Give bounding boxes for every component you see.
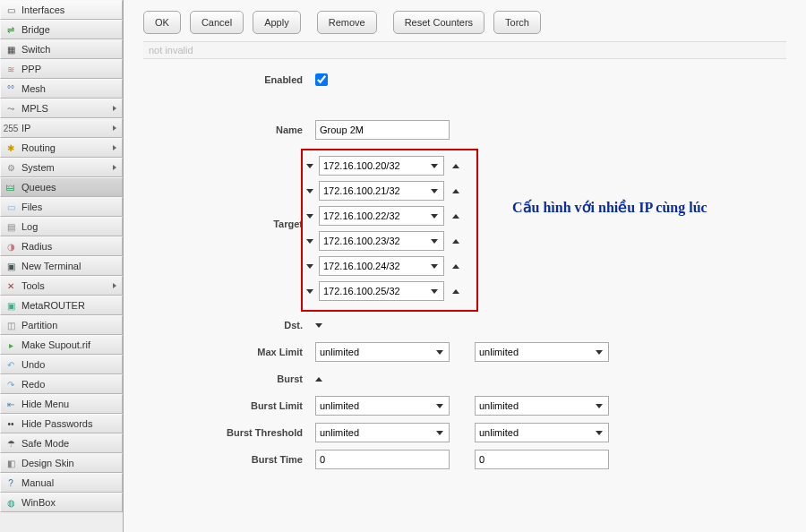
maxlimit-upload-select[interactable]: unlimited (315, 342, 450, 362)
sidebar-icon: ⇌ (4, 23, 17, 36)
target-ip-select[interactable]: 172.16.100.25/32 (319, 281, 444, 301)
enabled-checkbox[interactable] (315, 73, 328, 86)
sidebar-label: IP (21, 123, 113, 133)
sidebar-item-design-skin[interactable]: ◧Design Skin (0, 453, 123, 473)
target-add-icon[interactable] (450, 289, 462, 294)
target-remove-icon[interactable] (306, 164, 313, 168)
sidebar-icon: ↷ (4, 378, 17, 390)
cancel-button[interactable]: Cancel (190, 11, 244, 34)
burstthres-download-value: unlimited (479, 427, 519, 438)
target-ip-select[interactable]: 172.16.100.23/32 (319, 231, 444, 251)
target-ip-select[interactable]: 172.16.100.21/32 (319, 181, 444, 201)
sidebar-icon: 255 (4, 122, 17, 134)
sidebar-icon: ▭ (4, 4, 17, 16)
sidebar-item-routing[interactable]: ✱Routing (0, 138, 123, 158)
target-add-icon[interactable] (450, 189, 462, 193)
target-ip-select[interactable]: 172.16.100.24/32 (319, 256, 444, 276)
sidebar-item-undo[interactable]: ↶Undo (0, 355, 123, 374)
reset-counters-button[interactable]: Reset Counters (393, 11, 484, 34)
dst-expand-icon[interactable] (315, 323, 322, 328)
target-remove-icon[interactable] (306, 264, 313, 269)
sidebar-icon: ⤳ (4, 102, 17, 115)
sidebar-icon: ▭ (4, 201, 17, 213)
target-remove-icon[interactable] (306, 189, 313, 193)
sidebar-icon: ↶ (4, 358, 17, 371)
sidebar-label: Manual (21, 477, 118, 488)
bursttime-download-input[interactable] (475, 450, 609, 469)
target-remove-icon[interactable] (306, 214, 313, 219)
dropdown-icon (596, 350, 603, 355)
sidebar-item-radius[interactable]: ◑Radius (0, 236, 123, 256)
sidebar-item-metarouter[interactable]: ▣MetaROUTER (0, 296, 123, 315)
target-add-icon[interactable] (450, 164, 462, 168)
burst-label: Burst (143, 373, 315, 384)
target-ip-select[interactable]: 172.16.100.20/32 (319, 156, 444, 176)
sidebar-item-system[interactable]: ⚙System (0, 158, 123, 177)
chevron-up-icon (452, 189, 459, 193)
name-input[interactable] (315, 120, 450, 140)
form: Enabled Name Target 172.16.100.20/32172.… (124, 64, 806, 475)
sidebar-item-files[interactable]: ▭Files (0, 197, 123, 217)
burstlimit-download-select[interactable]: unlimited (475, 396, 609, 416)
target-add-icon[interactable] (450, 264, 462, 269)
sidebar-item-partition[interactable]: ◫Partition (0, 315, 123, 335)
ok-button[interactable]: OK (143, 11, 181, 34)
sidebar-icon: ◑ (4, 240, 17, 253)
sidebar-item-manual[interactable]: ?Manual (0, 473, 123, 493)
sidebar-label: Log (21, 221, 118, 232)
dropdown-icon (596, 404, 603, 408)
burstthres-download-select[interactable]: unlimited (475, 423, 609, 442)
sidebar-item-new-terminal[interactable]: ▣New Terminal (0, 256, 123, 276)
sidebar-item-log[interactable]: ▤Log (0, 217, 123, 236)
burstlimit-upload-select[interactable]: unlimited (315, 396, 450, 416)
dropdown-icon (431, 239, 438, 244)
target-add-icon[interactable] (450, 214, 462, 219)
dropdown-icon (431, 289, 438, 294)
sidebar-item-mpls[interactable]: ⤳MPLS (0, 99, 123, 118)
sidebar-icon: ⇤ (4, 398, 17, 410)
sidebar-label: MPLS (21, 103, 113, 114)
sidebar-item-bridge[interactable]: ⇌Bridge (0, 20, 123, 39)
sidebar-item-tools[interactable]: ✕Tools (0, 276, 123, 296)
sidebar-item-queues[interactable]: 🜲Queues (0, 177, 123, 197)
burst-collapse-icon[interactable] (315, 377, 322, 382)
sidebar-item-redo[interactable]: ↷Redo (0, 374, 123, 394)
sidebar-item-ip[interactable]: 255IP (0, 118, 123, 138)
sidebar-label: Radius (21, 241, 118, 252)
target-remove-icon[interactable] (306, 239, 313, 244)
target-remove-icon[interactable] (306, 289, 313, 294)
remove-button[interactable]: Remove (317, 11, 377, 34)
dropdown-icon (431, 189, 438, 193)
sidebar-item-ppp[interactable]: ≋PPP (0, 59, 123, 79)
sidebar-label: New Terminal (21, 261, 118, 271)
sidebar-icon: ✕ (4, 279, 17, 292)
sidebar-icon: 🜲 (4, 181, 17, 193)
sidebar-label: Queues (21, 182, 118, 193)
sidebar-item-make-supout-rif[interactable]: ▸Make Supout.rif (0, 335, 123, 355)
sidebar-icon: ✱ (4, 142, 17, 154)
toolbar: OK Cancel Apply Remove Reset Counters To… (124, 0, 806, 41)
sidebar-item-winbox[interactable]: ◍WinBox (0, 493, 123, 512)
apply-button[interactable]: Apply (253, 11, 301, 34)
target-group-highlight: 172.16.100.20/32172.16.100.21/32172.16.1… (301, 149, 478, 312)
maxlimit-download-select[interactable]: unlimited (475, 342, 609, 362)
sidebar-item-interfaces[interactable]: ▭Interfaces (0, 0, 123, 20)
target-add-icon[interactable] (450, 239, 462, 244)
sidebar-item-safe-mode[interactable]: ☂Safe Mode (0, 433, 123, 453)
maxlimit-upload-value: unlimited (320, 347, 359, 357)
sidebar-item-hide-menu[interactable]: ⇤Hide Menu (0, 394, 123, 414)
dropdown-icon (596, 431, 603, 435)
burstthres-upload-select[interactable]: unlimited (315, 423, 450, 442)
sidebar-item-mesh[interactable]: °°Mesh (0, 79, 123, 99)
sidebar-item-switch[interactable]: ▦Switch (0, 39, 123, 59)
target-ip-select[interactable]: 172.16.100.22/32 (319, 206, 444, 226)
sidebar-label: Tools (21, 280, 113, 291)
target-row: 172.16.100.25/32 (306, 281, 467, 301)
sidebar-icon: °° (4, 82, 17, 95)
torch-button[interactable]: Torch (493, 11, 541, 34)
chevron-up-icon (452, 264, 459, 269)
bursttime-upload-input[interactable] (315, 450, 450, 469)
sidebar-item-hide-passwords[interactable]: ••Hide Passwords (0, 414, 123, 433)
sidebar-label: Bridge (21, 24, 118, 35)
sidebar-label: Mesh (21, 83, 118, 94)
